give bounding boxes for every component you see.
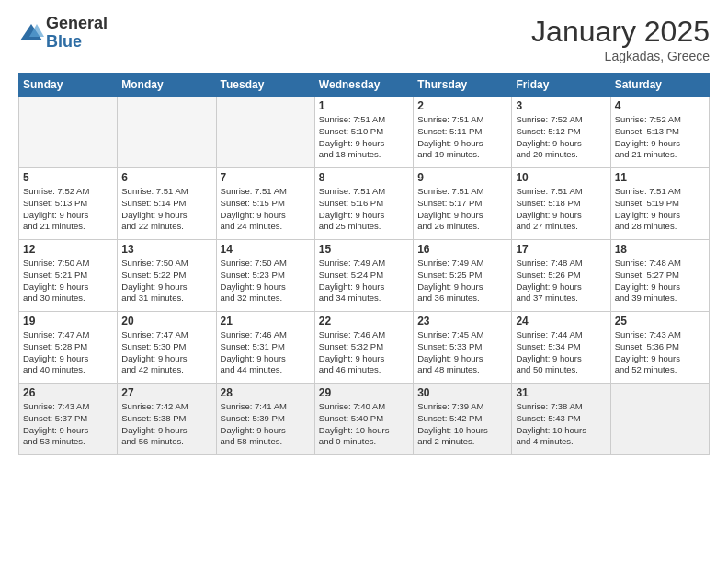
day-number: 27 <box>121 386 211 399</box>
logo-blue: Blue <box>46 33 108 52</box>
day-number: 13 <box>121 243 211 256</box>
day-number: 7 <box>221 171 311 184</box>
day-info: Sunrise: 7:50 AM Sunset: 5:22 PM Dayligh… <box>121 258 211 304</box>
day-number: 6 <box>121 171 211 184</box>
header: General Blue January 2025 Lagkadas, Gree… <box>18 15 710 63</box>
day-number: 25 <box>615 315 705 327</box>
day-cell: 15Sunrise: 7:49 AM Sunset: 5:24 PM Dayli… <box>314 240 413 312</box>
title-block: January 2025 Lagkadas, Greece <box>531 15 710 63</box>
day-info: Sunrise: 7:46 AM Sunset: 5:32 PM Dayligh… <box>319 329 409 376</box>
day-cell: 30Sunrise: 7:39 AM Sunset: 5:42 PM Dayli… <box>414 384 512 455</box>
day-cell: 26Sunrise: 7:43 AM Sunset: 5:37 PM Dayli… <box>19 384 118 455</box>
day-number: 11 <box>615 171 705 184</box>
col-header-monday: Monday <box>118 74 216 97</box>
day-number: 17 <box>516 243 606 256</box>
week-row-5: 26Sunrise: 7:43 AM Sunset: 5:37 PM Dayli… <box>19 384 710 455</box>
day-info: Sunrise: 7:47 AM Sunset: 5:28 PM Dayligh… <box>23 329 113 376</box>
day-cell: 27Sunrise: 7:42 AM Sunset: 5:38 PM Dayli… <box>118 384 216 455</box>
day-cell <box>610 384 709 455</box>
day-info: Sunrise: 7:39 AM Sunset: 5:42 PM Dayligh… <box>417 401 507 448</box>
col-header-saturday: Saturday <box>610 74 709 97</box>
day-cell: 13Sunrise: 7:50 AM Sunset: 5:22 PM Dayli… <box>118 240 216 312</box>
day-cell: 21Sunrise: 7:46 AM Sunset: 5:31 PM Dayli… <box>216 312 314 384</box>
day-info: Sunrise: 7:45 AM Sunset: 5:33 PM Dayligh… <box>417 329 507 376</box>
day-info: Sunrise: 7:52 AM Sunset: 5:13 PM Dayligh… <box>615 114 705 161</box>
day-number: 12 <box>23 243 113 256</box>
day-info: Sunrise: 7:50 AM Sunset: 5:21 PM Dayligh… <box>23 258 113 304</box>
day-cell: 4Sunrise: 7:52 AM Sunset: 5:13 PM Daylig… <box>610 97 709 168</box>
col-header-thursday: Thursday <box>414 74 512 97</box>
day-info: Sunrise: 7:51 AM Sunset: 5:15 PM Dayligh… <box>221 186 311 233</box>
logo: General Blue <box>18 15 108 52</box>
day-cell: 7Sunrise: 7:51 AM Sunset: 5:15 PM Daylig… <box>216 168 314 240</box>
day-cell: 11Sunrise: 7:51 AM Sunset: 5:19 PM Dayli… <box>610 168 709 240</box>
day-number: 30 <box>417 386 507 399</box>
day-info: Sunrise: 7:44 AM Sunset: 5:34 PM Dayligh… <box>516 329 606 376</box>
day-cell: 5Sunrise: 7:52 AM Sunset: 5:13 PM Daylig… <box>19 168 118 240</box>
page: General Blue January 2025 Lagkadas, Gree… <box>0 0 728 563</box>
day-cell: 17Sunrise: 7:48 AM Sunset: 5:26 PM Dayli… <box>512 240 610 312</box>
day-number: 3 <box>516 99 606 112</box>
day-cell: 12Sunrise: 7:50 AM Sunset: 5:21 PM Dayli… <box>19 240 118 312</box>
calendar-table: SundayMondayTuesdayWednesdayThursdayFrid… <box>18 73 710 455</box>
day-number: 26 <box>23 386 113 399</box>
logo-general: General <box>46 15 108 33</box>
day-cell: 29Sunrise: 7:40 AM Sunset: 5:40 PM Dayli… <box>314 384 413 455</box>
day-info: Sunrise: 7:50 AM Sunset: 5:23 PM Dayligh… <box>221 258 311 304</box>
week-row-4: 19Sunrise: 7:47 AM Sunset: 5:28 PM Dayli… <box>19 312 710 384</box>
day-cell: 1Sunrise: 7:51 AM Sunset: 5:10 PM Daylig… <box>314 97 413 168</box>
calendar-title: January 2025 <box>531 15 710 49</box>
col-header-sunday: Sunday <box>19 74 118 97</box>
day-info: Sunrise: 7:51 AM Sunset: 5:19 PM Dayligh… <box>615 186 705 233</box>
day-info: Sunrise: 7:43 AM Sunset: 5:36 PM Dayligh… <box>615 329 705 376</box>
day-info: Sunrise: 7:41 AM Sunset: 5:39 PM Dayligh… <box>221 401 311 448</box>
day-number: 8 <box>319 171 409 184</box>
day-info: Sunrise: 7:52 AM Sunset: 5:12 PM Dayligh… <box>516 114 606 161</box>
day-cell: 19Sunrise: 7:47 AM Sunset: 5:28 PM Dayli… <box>19 312 118 384</box>
day-cell: 31Sunrise: 7:38 AM Sunset: 5:43 PM Dayli… <box>512 384 610 455</box>
day-info: Sunrise: 7:48 AM Sunset: 5:27 PM Dayligh… <box>615 258 705 304</box>
day-cell: 28Sunrise: 7:41 AM Sunset: 5:39 PM Dayli… <box>216 384 314 455</box>
day-info: Sunrise: 7:47 AM Sunset: 5:30 PM Dayligh… <box>121 329 211 376</box>
day-info: Sunrise: 7:51 AM Sunset: 5:17 PM Dayligh… <box>417 186 507 233</box>
day-number: 16 <box>417 243 507 256</box>
day-number: 21 <box>221 315 311 327</box>
day-cell: 18Sunrise: 7:48 AM Sunset: 5:27 PM Dayli… <box>610 240 709 312</box>
day-cell <box>19 97 118 168</box>
day-number: 24 <box>516 315 606 327</box>
day-info: Sunrise: 7:51 AM Sunset: 5:11 PM Dayligh… <box>417 114 507 161</box>
day-number: 15 <box>319 243 409 256</box>
calendar-subtitle: Lagkadas, Greece <box>531 49 710 63</box>
header-row: SundayMondayTuesdayWednesdayThursdayFrid… <box>19 74 710 97</box>
day-number: 23 <box>417 315 507 327</box>
day-number: 2 <box>417 99 507 112</box>
day-cell: 24Sunrise: 7:44 AM Sunset: 5:34 PM Dayli… <box>512 312 610 384</box>
col-header-friday: Friday <box>512 74 610 97</box>
logo-text: General Blue <box>46 15 108 52</box>
day-number: 29 <box>319 386 409 399</box>
day-info: Sunrise: 7:43 AM Sunset: 5:37 PM Dayligh… <box>23 401 113 448</box>
week-row-3: 12Sunrise: 7:50 AM Sunset: 5:21 PM Dayli… <box>19 240 710 312</box>
day-number: 22 <box>319 315 409 327</box>
day-cell: 2Sunrise: 7:51 AM Sunset: 5:11 PM Daylig… <box>414 97 512 168</box>
day-cell: 9Sunrise: 7:51 AM Sunset: 5:17 PM Daylig… <box>414 168 512 240</box>
day-info: Sunrise: 7:49 AM Sunset: 5:25 PM Dayligh… <box>417 258 507 304</box>
day-info: Sunrise: 7:49 AM Sunset: 5:24 PM Dayligh… <box>319 258 409 304</box>
col-header-wednesday: Wednesday <box>314 74 413 97</box>
day-number: 20 <box>121 315 211 327</box>
day-cell: 10Sunrise: 7:51 AM Sunset: 5:18 PM Dayli… <box>512 168 610 240</box>
day-number: 5 <box>23 171 113 184</box>
day-cell: 23Sunrise: 7:45 AM Sunset: 5:33 PM Dayli… <box>414 312 512 384</box>
day-cell <box>118 97 216 168</box>
col-header-tuesday: Tuesday <box>216 74 314 97</box>
day-cell: 16Sunrise: 7:49 AM Sunset: 5:25 PM Dayli… <box>414 240 512 312</box>
day-info: Sunrise: 7:51 AM Sunset: 5:18 PM Dayligh… <box>516 186 606 233</box>
day-number: 14 <box>221 243 311 256</box>
day-cell: 14Sunrise: 7:50 AM Sunset: 5:23 PM Dayli… <box>216 240 314 312</box>
day-info: Sunrise: 7:51 AM Sunset: 5:16 PM Dayligh… <box>319 186 409 233</box>
day-cell: 20Sunrise: 7:47 AM Sunset: 5:30 PM Dayli… <box>118 312 216 384</box>
day-number: 4 <box>615 99 705 112</box>
day-cell: 25Sunrise: 7:43 AM Sunset: 5:36 PM Dayli… <box>610 312 709 384</box>
day-info: Sunrise: 7:40 AM Sunset: 5:40 PM Dayligh… <box>319 401 409 448</box>
day-number: 28 <box>221 386 311 399</box>
